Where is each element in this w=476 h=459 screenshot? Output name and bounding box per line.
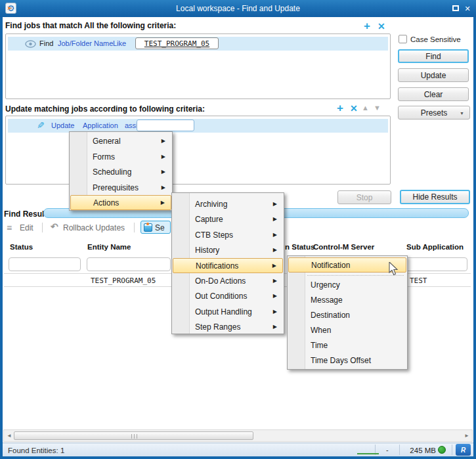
- menu-item-message[interactable]: Message: [288, 293, 406, 307]
- clear-button[interactable]: Clear: [398, 87, 469, 101]
- menu-item-output-handling[interactable]: Output Handling ▶: [173, 304, 283, 319]
- found-entities-label: Found Entities: 1: [8, 447, 64, 454]
- find-field-link[interactable]: Job/Folder Name: [58, 39, 113, 47]
- find-action-label: Find: [39, 39, 53, 47]
- filter-input-entity-name[interactable]: [87, 257, 171, 271]
- submenu-arrow-icon: ▶: [273, 232, 277, 238]
- submenu-arrow-icon: ▶: [272, 263, 276, 269]
- column-header-n-status[interactable]: n Status: [285, 243, 314, 251]
- menu-item-ctb-steps[interactable]: CTB Steps ▶: [173, 227, 283, 242]
- thumb-grip: [131, 434, 137, 439]
- select-toggle-label: Se: [155, 223, 165, 232]
- menu-item-time-days-offset[interactable]: Time Days Offset: [288, 353, 406, 368]
- submenu-arrow-icon: ▶: [161, 200, 165, 206]
- menu-item-notifications[interactable]: Notifications ▶: [173, 258, 283, 273]
- submenu-arrow-icon: ▶: [162, 154, 165, 160]
- status-bar: Found Entities: 1 - 245 MB R: [3, 443, 473, 456]
- tag-icon: [144, 223, 152, 232]
- menu-item-prerequisites[interactable]: Prerequisites ▶: [70, 180, 171, 195]
- find-value-field[interactable]: TEST_PROGRAM_05: [135, 37, 219, 49]
- status-divider: [452, 445, 452, 455]
- update-button[interactable]: Update: [398, 68, 469, 82]
- submenu-arrow-icon: ▶: [273, 201, 277, 207]
- eye-icon: [25, 40, 36, 48]
- memory-usage-label: 245 MB: [406, 447, 436, 454]
- move-down-icon[interactable]: ▼: [374, 104, 381, 112]
- submenu-arrow-icon: ▶: [162, 138, 165, 144]
- scrollbar-thumb[interactable]: [14, 431, 253, 440]
- column-header-sub-application[interactable]: Sub Application: [406, 243, 464, 251]
- menu-item-destination[interactable]: Destination: [288, 308, 406, 322]
- update-field-link[interactable]: Application: [83, 121, 118, 129]
- scroll-left-icon[interactable]: ◄: [7, 433, 12, 439]
- progress-underline: [357, 453, 379, 454]
- menu-item-capture[interactable]: Capture ▶: [173, 211, 283, 227]
- add-update-icon[interactable]: +: [337, 102, 343, 115]
- context-menu-level1: General ▶ Forms ▶ Scheduling ▶ Prerequis…: [69, 131, 173, 211]
- submenu-arrow-icon: ▶: [273, 324, 277, 330]
- status-divider: [399, 445, 400, 455]
- maximize-icon[interactable]: [452, 5, 459, 11]
- remove-criteria-icon[interactable]: ✕: [378, 21, 385, 32]
- stop-button[interactable]: Stop: [337, 190, 391, 204]
- rollback-updates-button[interactable]: Rollback Updates: [63, 223, 125, 232]
- edit-button[interactable]: Edit: [20, 223, 33, 232]
- update-value-field[interactable]: [137, 120, 194, 131]
- find-button[interactable]: Find: [398, 49, 469, 63]
- remove-update-icon[interactable]: ✕: [350, 103, 358, 114]
- menu-item-time[interactable]: Time: [288, 338, 406, 353]
- hide-results-button[interactable]: Hide Results: [400, 190, 470, 204]
- menu-item-general[interactable]: General ▶: [70, 133, 171, 148]
- horizontal-scrollbar[interactable]: ◄ ►: [3, 429, 473, 442]
- title-bar: ⚙ Local workspace - Find and Update ✕: [0, 0, 476, 17]
- submenu-arrow-icon: ▶: [273, 309, 277, 315]
- submenu-arrow-icon: ▶: [162, 169, 165, 175]
- column-header-controlm-server[interactable]: Control-M Server: [313, 243, 374, 251]
- toolbar-separator: [42, 223, 43, 232]
- scroll-right-icon[interactable]: ►: [464, 433, 469, 439]
- status-dash: -: [386, 446, 389, 454]
- menu-item-forms[interactable]: Forms ▶: [70, 149, 171, 164]
- update-criteria-box: ✎ Update Application assign: [5, 116, 391, 185]
- edit-list-icon: ≡: [7, 223, 12, 233]
- select-toggle-button[interactable]: Se: [141, 221, 171, 234]
- cell-entity-name: TEST_PROGRAM_05: [91, 276, 156, 285]
- find-section-header: Find jobs that match All the following c…: [5, 21, 176, 30]
- case-sensitive-label: Case Sensitive: [410, 35, 461, 43]
- update-criteria-row[interactable]: ✎ Update Application assign: [8, 119, 388, 133]
- close-icon[interactable]: ✕: [463, 4, 472, 13]
- window-title: Local workspace - Find and Update: [0, 4, 476, 13]
- rollback-icon: ↶: [51, 221, 58, 232]
- move-up-icon[interactable]: ▲: [362, 104, 369, 112]
- find-criteria-row[interactable]: Find Job/Folder Name Like TEST_PROGRAM_0…: [8, 37, 388, 51]
- presets-button[interactable]: Presets ▼: [398, 106, 470, 120]
- menu-item-archiving[interactable]: Archiving ▶: [173, 196, 283, 211]
- case-sensitive-checkbox[interactable]: [399, 35, 407, 43]
- menu-item-step-ranges[interactable]: Step Ranges ▶: [173, 319, 283, 334]
- menu-item-scheduling[interactable]: Scheduling ▶: [70, 164, 171, 179]
- menu-item-history[interactable]: History ▶: [173, 242, 283, 257]
- menu-item-actions[interactable]: Actions ▶: [70, 195, 171, 210]
- memory-indicator-dot: [438, 446, 446, 454]
- submenu-arrow-icon: ▶: [273, 247, 277, 253]
- column-header-status[interactable]: Status: [10, 243, 33, 251]
- cell-sub-application: TEST: [410, 276, 427, 285]
- submenu-arrow-icon: ▶: [273, 293, 277, 299]
- filter-input-sub-application[interactable]: [402, 257, 467, 271]
- presets-label: Presets: [421, 108, 448, 118]
- column-header-entity-name[interactable]: Entity Name: [87, 243, 131, 251]
- find-criteria-box: Find Job/Folder Name Like TEST_PROGRAM_0…: [5, 33, 391, 99]
- dropdown-arrow-icon: ▼: [460, 111, 464, 116]
- submenu-arrow-icon: ▶: [273, 278, 277, 284]
- find-operator-link[interactable]: Like: [113, 39, 126, 47]
- cursor-pointer: [389, 262, 399, 276]
- menu-item-urgency[interactable]: Urgency: [288, 278, 406, 292]
- add-criteria-icon[interactable]: +: [364, 20, 370, 33]
- bmc-logo-icon[interactable]: R: [456, 444, 471, 456]
- submenu-arrow-icon: ▶: [162, 185, 165, 190]
- menu-item-when[interactable]: When: [288, 323, 406, 338]
- filter-input-status[interactable]: [9, 257, 81, 271]
- menu-item-out-conditions[interactable]: Out Conditions ▶: [173, 288, 283, 303]
- pencil-icon: ✎: [37, 120, 45, 131]
- menu-item-on-do-actions[interactable]: On-Do Actions ▶: [173, 273, 283, 288]
